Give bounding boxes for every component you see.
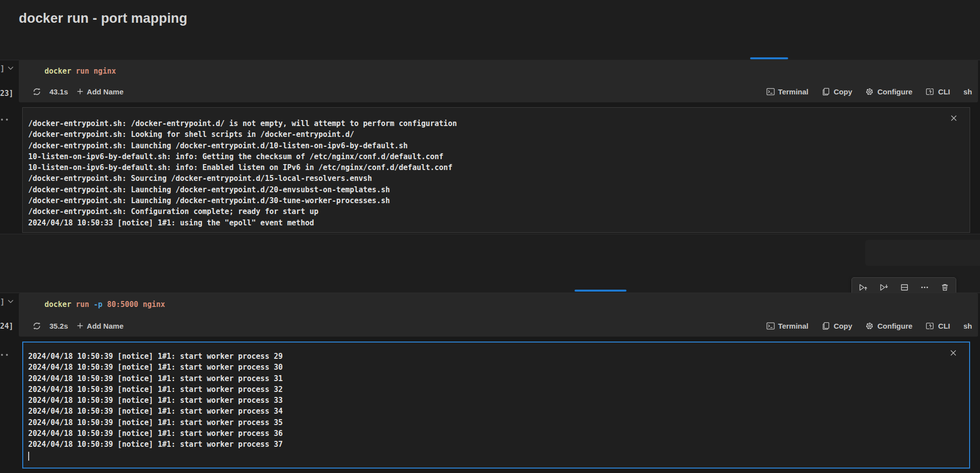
shell-language-picker[interactable]: sh [963, 87, 972, 96]
cli-bolt-icon [926, 87, 935, 96]
gear-icon [865, 322, 874, 330]
cell-toolbar-hover-highlight [865, 240, 980, 266]
output-log: /docker-entrypoint.sh: /docker-entrypoin… [28, 118, 935, 228]
output-line: 2024/04/18 10:50:33 [notice] 1#1: using … [28, 217, 935, 228]
code-token: run [76, 300, 93, 309]
configure-button[interactable]: Configure [865, 87, 912, 96]
output-line: /docker-entrypoint.sh: Launching /docker… [28, 140, 935, 151]
cell-running-progress-bar [575, 290, 626, 292]
chevron-down-icon[interactable] [7, 66, 14, 71]
plus-icon [77, 88, 84, 95]
chevron-down-icon[interactable] [7, 299, 14, 304]
plus-icon [77, 322, 84, 329]
output-line: /docker-entrypoint.sh: Launching /docker… [28, 184, 935, 195]
copy-button[interactable]: Copy [822, 87, 852, 96]
output-line: /docker-entrypoint.sh: Sourcing /docker-… [28, 173, 935, 184]
output-line: 2024/04/18 10:50:39 [notice] 1#1: start … [28, 406, 935, 417]
execution-duration: 35.2s [49, 322, 68, 330]
code-token: docker [45, 67, 76, 76]
copy-button[interactable]: Copy [822, 322, 852, 330]
code-editor[interactable]: docker run nginx [19, 60, 978, 76]
terminal-button[interactable]: Terminal [766, 322, 808, 330]
notebook-editor: docker run - port mapping ] 23] docker r… [0, 0, 980, 473]
cell-gutter: ] [0, 64, 5, 73]
output-line: 2024/04/18 10:50:39 [notice] 1#1: start … [28, 428, 935, 439]
output-menu-icon[interactable] [1, 354, 8, 356]
split-cell-icon[interactable] [900, 283, 909, 292]
more-actions-icon[interactable] [920, 283, 929, 292]
code-cell: docker run -p 80:5000 nginx 35.2s [19, 293, 978, 337]
code-editor[interactable]: docker run -p 80:5000 nginx [19, 293, 978, 309]
output-log: 2024/04/18 10:50:39 [notice] 1#1: start … [28, 351, 935, 450]
configure-button[interactable]: Configure [865, 322, 912, 330]
code-cell: docker run nginx 43.1s Add Name [19, 60, 978, 102]
output-line: 10-listen-on-ipv6-by-default.sh: info: E… [28, 162, 935, 173]
output-line: /docker-entrypoint.sh: Configuration com… [28, 206, 935, 217]
page-title: docker run - port mapping [19, 11, 187, 26]
close-output-icon[interactable] [950, 114, 959, 123]
run-above-icon[interactable] [858, 283, 868, 292]
close-output-icon[interactable] [949, 349, 958, 358]
output-line: 2024/04/18 10:50:39 [notice] 1#1: start … [28, 351, 935, 362]
output-line: 2024/04/18 10:50:39 [notice] 1#1: start … [28, 439, 935, 450]
cell-running-progress-bar [750, 57, 788, 59]
output-line: /docker-entrypoint.sh: Looking for shell… [28, 129, 935, 140]
gear-icon [865, 87, 874, 96]
output-line: 2024/04/18 10:50:39 [notice] 1#1: start … [28, 373, 935, 384]
cell-status-bar: 35.2s Add Name Terminal Copy [19, 318, 978, 333]
output-line: 2024/04/18 10:50:39 [notice] 1#1: start … [28, 395, 935, 406]
cell-gutter: ] [0, 297, 5, 306]
output-line: 2024/04/18 10:50:39 [notice] 1#1: start … [28, 417, 935, 428]
copy-icon [822, 87, 830, 96]
delete-cell-icon[interactable] [940, 283, 949, 292]
output-line: 2024/04/18 10:50:39 [notice] 1#1: start … [28, 384, 935, 395]
code-token: -p [93, 300, 107, 309]
output-menu-icon[interactable] [1, 119, 8, 121]
sync-spinner-icon [33, 87, 41, 96]
cell-output-terminal[interactable]: 2024/04/18 10:50:39 [notice] 1#1: start … [22, 342, 970, 469]
terminal-cursor [28, 452, 29, 461]
shell-language-picker[interactable]: sh [963, 322, 972, 330]
terminal-icon [766, 87, 775, 96]
output-line: 10-listen-on-ipv6-by-default.sh: info: G… [28, 151, 935, 162]
output-line: /docker-entrypoint.sh: Launching /docker… [28, 195, 935, 206]
cell-gap-band [0, 234, 980, 293]
cli-button[interactable]: CLI [926, 87, 950, 96]
cell-output[interactable]: /docker-entrypoint.sh: /docker-entrypoin… [22, 107, 970, 233]
terminal-icon [766, 322, 775, 330]
run-below-icon[interactable] [879, 283, 889, 292]
cli-bolt-icon [926, 322, 935, 330]
add-name-button[interactable]: Add Name [77, 322, 124, 330]
output-line: /docker-entrypoint.sh: /docker-entrypoin… [28, 118, 935, 129]
output-line: 2024/04/18 10:50:39 [notice] 1#1: start … [28, 362, 935, 373]
code-token: docker [45, 300, 76, 309]
execution-duration: 43.1s [49, 87, 68, 96]
execution-count: 24] [0, 322, 13, 331]
sync-spinner-icon [33, 322, 41, 330]
execution-count: 23] [0, 89, 13, 98]
add-name-button[interactable]: Add Name [77, 87, 124, 96]
cli-button[interactable]: CLI [926, 322, 950, 330]
code-token: run nginx [76, 67, 116, 76]
cell-status-bar: 43.1s Add Name Terminal Copy [19, 84, 978, 99]
code-token: 80:5000 nginx [107, 300, 165, 309]
cell-status-icon: ] [0, 297, 5, 306]
terminal-button[interactable]: Terminal [766, 87, 808, 96]
copy-icon [822, 322, 830, 330]
markdown-cell-band [0, 0, 980, 60]
cell-status-icon: ] [0, 64, 5, 73]
